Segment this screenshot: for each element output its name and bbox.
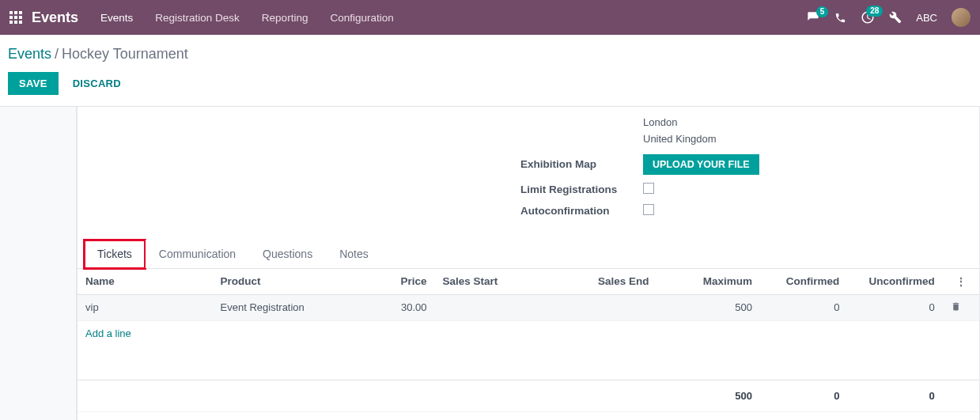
total-maximum: 500 bbox=[657, 380, 760, 412]
apps-icon[interactable] bbox=[9, 11, 22, 24]
col-confirmed: Confirmed bbox=[760, 269, 847, 295]
col-name: Name bbox=[78, 269, 213, 295]
nav-events[interactable]: Events bbox=[100, 12, 133, 24]
avatar[interactable] bbox=[952, 8, 971, 27]
tab-communication[interactable]: Communication bbox=[146, 240, 249, 268]
cell-confirmed[interactable]: 0 bbox=[760, 294, 847, 320]
address-country: United Kingdom bbox=[643, 131, 963, 148]
tab-tickets[interactable]: Tickets bbox=[84, 240, 146, 269]
form-sheet: London United Kingdom Exhibition Map UPL… bbox=[77, 107, 980, 420]
total-confirmed: 0 bbox=[760, 380, 847, 412]
col-unconfirmed: Unconfirmed bbox=[847, 269, 942, 295]
cell-product[interactable]: Event Registration bbox=[213, 294, 356, 320]
col-sales-start: Sales Start bbox=[435, 269, 546, 295]
activities-badge: 28 bbox=[866, 6, 883, 17]
breadcrumb-sep: / bbox=[55, 46, 59, 62]
nav-configuration[interactable]: Configuration bbox=[330, 12, 393, 24]
add-line-row: Add a line bbox=[78, 320, 979, 346]
columns-menu-icon[interactable]: ⋮ bbox=[951, 276, 971, 288]
tickets-table: Name Product Price Sales Start Sales End… bbox=[78, 269, 979, 413]
row-exhibition-map: Exhibition Map UPLOAD YOUR FILE bbox=[520, 154, 963, 175]
app-brand[interactable]: Events bbox=[32, 9, 78, 26]
user-initials[interactable]: ABC bbox=[916, 12, 937, 24]
address-block: London United Kingdom bbox=[643, 115, 963, 148]
topbar-right: 5 28 ABC bbox=[806, 8, 971, 27]
form-area: London United Kingdom Exhibition Map UPL… bbox=[78, 115, 979, 240]
table-row[interactable]: vip Event Registration 30.00 500 0 0 bbox=[78, 294, 979, 320]
cell-name[interactable]: vip bbox=[78, 294, 213, 320]
nav-registration-desk[interactable]: Registration Desk bbox=[155, 12, 240, 24]
checkbox-limit-registrations[interactable] bbox=[643, 183, 654, 194]
total-unconfirmed: 0 bbox=[847, 380, 942, 412]
main-wrap: London United Kingdom Exhibition Map UPL… bbox=[0, 106, 980, 420]
phone-icon[interactable] bbox=[834, 12, 846, 24]
cell-maximum[interactable]: 500 bbox=[657, 294, 760, 320]
activities-icon[interactable]: 28 bbox=[861, 10, 875, 25]
action-bar: SAVE DISCARD bbox=[0, 69, 980, 106]
side-gutter bbox=[0, 107, 77, 420]
tab-questions[interactable]: Questions bbox=[249, 240, 326, 268]
address-city: London bbox=[643, 115, 963, 131]
breadcrumb-current: Hockey Tournament bbox=[62, 46, 188, 62]
tab-notes[interactable]: Notes bbox=[326, 240, 382, 268]
col-price: Price bbox=[355, 269, 434, 295]
breadcrumb-root[interactable]: Events bbox=[8, 46, 51, 62]
tabs: Tickets Communication Questions Notes bbox=[78, 240, 979, 269]
nav-reporting[interactable]: Reporting bbox=[262, 12, 308, 24]
add-line-link[interactable]: Add a line bbox=[78, 321, 139, 346]
upload-file-button[interactable]: UPLOAD YOUR FILE bbox=[643, 154, 759, 175]
discard-button[interactable]: DISCARD bbox=[73, 78, 121, 89]
cell-price[interactable]: 30.00 bbox=[355, 294, 434, 320]
row-limit-registrations: Limit Registrations bbox=[520, 183, 963, 196]
col-sales-end: Sales End bbox=[546, 269, 656, 295]
label-limit-registrations: Limit Registrations bbox=[520, 184, 643, 195]
topbar: Events Events Registration Desk Reportin… bbox=[0, 0, 980, 35]
label-autoconfirmation: Autoconfirmation bbox=[520, 205, 643, 217]
label-exhibition-map: Exhibition Map bbox=[520, 158, 643, 170]
col-maximum: Maximum bbox=[657, 269, 760, 295]
spacer-row bbox=[78, 346, 979, 380]
breadcrumb: Events/Hockey Tournament bbox=[8, 46, 972, 62]
col-product: Product bbox=[213, 269, 356, 295]
save-button[interactable]: SAVE bbox=[8, 72, 59, 95]
breadcrumb-bar: Events/Hockey Tournament bbox=[0, 35, 980, 69]
cell-sales-end[interactable] bbox=[546, 294, 656, 320]
checkbox-autoconfirmation[interactable] bbox=[643, 204, 654, 215]
messages-badge: 5 bbox=[816, 6, 829, 17]
cell-sales-start[interactable] bbox=[435, 294, 546, 320]
messages-icon[interactable]: 5 bbox=[806, 11, 820, 24]
row-autoconfirmation: Autoconfirmation bbox=[520, 204, 963, 218]
cell-unconfirmed[interactable]: 0 bbox=[847, 294, 942, 320]
totals-row: 500 0 0 bbox=[78, 380, 979, 412]
delete-row-icon[interactable] bbox=[951, 302, 961, 314]
debug-icon[interactable] bbox=[889, 11, 902, 24]
